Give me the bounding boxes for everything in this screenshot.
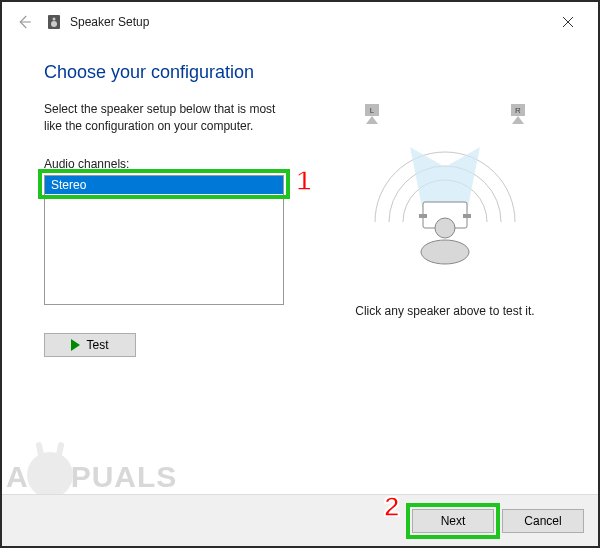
sound-arc-illustration	[345, 102, 545, 282]
test-button[interactable]: Test	[44, 333, 136, 357]
watermark-text-b: PUALS	[71, 460, 178, 494]
left-column: Choose your configuration Select the spe…	[44, 62, 304, 357]
svg-point-1	[53, 18, 56, 21]
callout-number-1: 1	[296, 165, 312, 197]
watermark: A PUALS	[6, 448, 177, 494]
tip-text: Click any speaker above to test it.	[334, 304, 556, 318]
speaker-setup-icon	[46, 14, 62, 30]
svg-rect-8	[419, 214, 427, 218]
close-button[interactable]	[552, 8, 584, 38]
test-button-label: Test	[86, 338, 108, 352]
right-column: L R Click any speaker above to test it.	[304, 62, 556, 357]
watermark-text-a: A	[6, 460, 29, 494]
back-button[interactable]	[12, 10, 36, 34]
page-heading: Choose your configuration	[44, 62, 304, 83]
callout-number-2: 2	[384, 491, 400, 523]
next-button[interactable]: Next	[412, 509, 494, 533]
svg-point-2	[51, 21, 57, 27]
watermark-logo-icon	[27, 452, 73, 498]
close-icon	[562, 16, 574, 28]
svg-point-6	[435, 218, 455, 238]
content-area: Choose your configuration Select the spe…	[2, 42, 598, 357]
instruction-text: Select the speaker setup below that is m…	[44, 101, 284, 135]
audio-channels-listbox[interactable]: Stereo	[44, 175, 284, 305]
arrow-left-icon	[15, 13, 33, 31]
button-bar: Next 2 Cancel	[2, 494, 598, 546]
svg-rect-9	[463, 214, 471, 218]
list-item-stereo[interactable]: Stereo	[45, 176, 283, 194]
window-title: Speaker Setup	[70, 15, 149, 29]
cancel-button[interactable]: Cancel	[502, 509, 584, 533]
svg-point-7	[421, 240, 469, 264]
play-icon	[71, 339, 80, 351]
speaker-diagram: L R	[345, 102, 545, 282]
channels-label: Audio channels:	[44, 157, 304, 171]
title-bar: Speaker Setup	[2, 2, 598, 42]
